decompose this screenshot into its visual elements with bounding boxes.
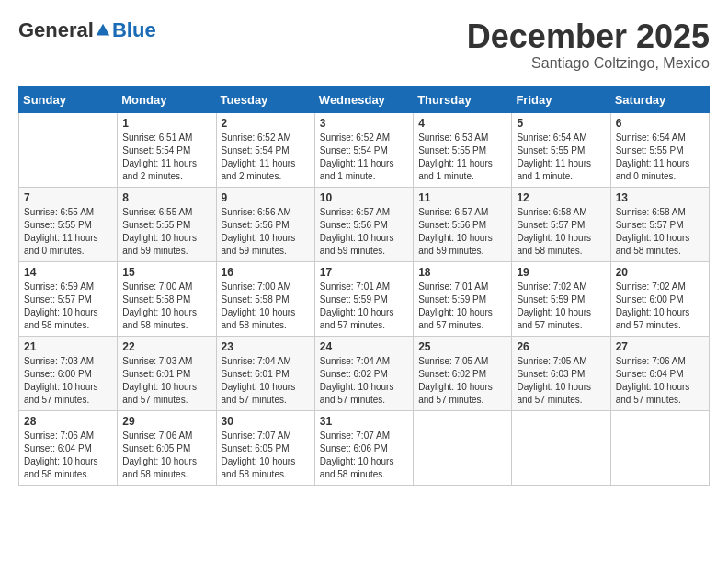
logo: General Blue bbox=[18, 18, 156, 42]
calendar-cell: 20Sunrise: 7:02 AMSunset: 6:00 PMDayligh… bbox=[610, 261, 709, 336]
calendar-cell: 8Sunrise: 6:55 AMSunset: 5:55 PMDaylight… bbox=[118, 187, 216, 261]
day-number: 13 bbox=[616, 191, 704, 204]
calendar-cell: 6Sunrise: 6:54 AMSunset: 5:55 PMDaylight… bbox=[610, 112, 709, 187]
day-number: 21 bbox=[24, 340, 112, 353]
day-info: Sunrise: 7:02 AMSunset: 5:59 PMDaylight:… bbox=[517, 281, 605, 332]
day-number: 30 bbox=[222, 415, 310, 428]
calendar-table: SundayMondayTuesdayWednesdayThursdayFrid… bbox=[18, 86, 710, 486]
day-info: Sunrise: 7:01 AMSunset: 5:59 PMDaylight:… bbox=[320, 281, 408, 332]
calendar-cell: 26Sunrise: 7:05 AMSunset: 6:03 PMDayligh… bbox=[512, 336, 610, 410]
day-info: Sunrise: 6:54 AMSunset: 5:55 PMDaylight:… bbox=[517, 132, 605, 183]
calendar-cell: 14Sunrise: 6:59 AMSunset: 5:57 PMDayligh… bbox=[19, 261, 118, 336]
day-info: Sunrise: 7:07 AMSunset: 6:06 PMDaylight:… bbox=[320, 430, 408, 481]
title-block: December 2025 Santiago Coltzingo, Mexico bbox=[467, 18, 710, 72]
day-info: Sunrise: 7:06 AMSunset: 6:04 PMDaylight:… bbox=[24, 430, 112, 481]
day-info: Sunrise: 6:55 AMSunset: 5:55 PMDaylight:… bbox=[122, 206, 210, 258]
weekday-header-saturday: Saturday bbox=[610, 86, 709, 112]
logo-text: General Blue bbox=[18, 18, 156, 42]
calendar-cell: 27Sunrise: 7:06 AMSunset: 6:04 PMDayligh… bbox=[610, 336, 709, 410]
calendar-cell: 24Sunrise: 7:04 AMSunset: 6:02 PMDayligh… bbox=[314, 336, 413, 410]
calendar-cell: 31Sunrise: 7:07 AMSunset: 6:06 PMDayligh… bbox=[314, 410, 413, 485]
calendar-cell: 11Sunrise: 6:57 AMSunset: 5:56 PMDayligh… bbox=[414, 187, 512, 261]
calendar-cell bbox=[414, 410, 512, 485]
day-number: 18 bbox=[418, 266, 506, 279]
day-number: 5 bbox=[517, 117, 605, 130]
day-number: 4 bbox=[418, 117, 506, 130]
day-info: Sunrise: 7:04 AMSunset: 6:01 PMDaylight:… bbox=[222, 355, 310, 407]
day-number: 29 bbox=[122, 415, 210, 428]
day-info: Sunrise: 7:02 AMSunset: 6:00 PMDaylight:… bbox=[616, 281, 704, 332]
calendar-cell: 1Sunrise: 6:51 AMSunset: 5:54 PMDaylight… bbox=[118, 112, 216, 187]
day-info: Sunrise: 7:05 AMSunset: 6:03 PMDaylight:… bbox=[517, 355, 605, 407]
day-number: 9 bbox=[222, 191, 310, 204]
calendar-cell: 21Sunrise: 7:03 AMSunset: 6:00 PMDayligh… bbox=[19, 336, 118, 410]
calendar-cell: 28Sunrise: 7:06 AMSunset: 6:04 PMDayligh… bbox=[19, 410, 118, 485]
day-number: 22 bbox=[122, 340, 210, 353]
month-title: December 2025 bbox=[467, 18, 710, 55]
calendar-cell: 22Sunrise: 7:03 AMSunset: 6:01 PMDayligh… bbox=[118, 336, 216, 410]
day-number: 3 bbox=[320, 117, 408, 130]
day-info: Sunrise: 6:58 AMSunset: 5:57 PMDaylight:… bbox=[517, 206, 605, 258]
day-info: Sunrise: 6:57 AMSunset: 5:56 PMDaylight:… bbox=[320, 206, 408, 258]
calendar-cell: 19Sunrise: 7:02 AMSunset: 5:59 PMDayligh… bbox=[512, 261, 610, 336]
day-number: 16 bbox=[222, 266, 310, 279]
week-row-4: 21Sunrise: 7:03 AMSunset: 6:00 PMDayligh… bbox=[19, 336, 710, 410]
day-number: 7 bbox=[24, 191, 112, 204]
day-number: 2 bbox=[222, 117, 310, 130]
location-subtitle: Santiago Coltzingo, Mexico bbox=[467, 55, 710, 72]
calendar-cell bbox=[19, 112, 118, 187]
day-info: Sunrise: 6:51 AMSunset: 5:54 PMDaylight:… bbox=[122, 132, 210, 183]
weekday-header-monday: Monday bbox=[118, 86, 216, 112]
calendar-cell: 30Sunrise: 7:07 AMSunset: 6:05 PMDayligh… bbox=[216, 410, 314, 485]
day-info: Sunrise: 7:05 AMSunset: 6:02 PMDaylight:… bbox=[418, 355, 506, 407]
page-header: General Blue December 2025 Santiago Colt… bbox=[18, 18, 710, 72]
calendar-cell: 13Sunrise: 6:58 AMSunset: 5:57 PMDayligh… bbox=[610, 187, 709, 261]
day-number: 11 bbox=[418, 191, 506, 204]
day-info: Sunrise: 6:52 AMSunset: 5:54 PMDaylight:… bbox=[222, 132, 310, 183]
day-info: Sunrise: 7:00 AMSunset: 5:58 PMDaylight:… bbox=[222, 281, 310, 332]
weekday-header-sunday: Sunday bbox=[19, 86, 118, 112]
day-info: Sunrise: 7:03 AMSunset: 6:00 PMDaylight:… bbox=[24, 355, 112, 407]
calendar-cell: 15Sunrise: 7:00 AMSunset: 5:58 PMDayligh… bbox=[118, 261, 216, 336]
calendar-cell: 25Sunrise: 7:05 AMSunset: 6:02 PMDayligh… bbox=[414, 336, 512, 410]
day-number: 25 bbox=[418, 340, 506, 353]
day-info: Sunrise: 6:55 AMSunset: 5:55 PMDaylight:… bbox=[24, 206, 112, 258]
calendar-cell: 12Sunrise: 6:58 AMSunset: 5:57 PMDayligh… bbox=[512, 187, 610, 261]
calendar-cell: 7Sunrise: 6:55 AMSunset: 5:55 PMDaylight… bbox=[19, 187, 118, 261]
calendar-cell: 29Sunrise: 7:06 AMSunset: 6:05 PMDayligh… bbox=[118, 410, 216, 485]
calendar-cell: 17Sunrise: 7:01 AMSunset: 5:59 PMDayligh… bbox=[314, 261, 413, 336]
day-info: Sunrise: 7:00 AMSunset: 5:58 PMDaylight:… bbox=[122, 281, 210, 332]
day-number: 27 bbox=[616, 340, 704, 353]
day-number: 24 bbox=[320, 340, 408, 353]
day-number: 31 bbox=[320, 415, 408, 428]
day-info: Sunrise: 7:01 AMSunset: 5:59 PMDaylight:… bbox=[418, 281, 506, 332]
day-info: Sunrise: 7:03 AMSunset: 6:01 PMDaylight:… bbox=[122, 355, 210, 407]
day-number: 8 bbox=[122, 191, 210, 204]
logo-general: General bbox=[18, 18, 94, 42]
day-info: Sunrise: 7:06 AMSunset: 6:05 PMDaylight:… bbox=[122, 430, 210, 481]
week-row-1: 1Sunrise: 6:51 AMSunset: 5:54 PMDaylight… bbox=[19, 112, 710, 187]
weekday-header-thursday: Thursday bbox=[414, 86, 512, 112]
weekday-header-wednesday: Wednesday bbox=[314, 86, 413, 112]
calendar-cell: 10Sunrise: 6:57 AMSunset: 5:56 PMDayligh… bbox=[314, 187, 413, 261]
day-number: 1 bbox=[122, 117, 210, 130]
day-info: Sunrise: 6:54 AMSunset: 5:55 PMDaylight:… bbox=[616, 132, 704, 183]
day-number: 15 bbox=[122, 266, 210, 279]
calendar-cell: 18Sunrise: 7:01 AMSunset: 5:59 PMDayligh… bbox=[414, 261, 512, 336]
calendar-cell bbox=[512, 410, 610, 485]
day-info: Sunrise: 6:56 AMSunset: 5:56 PMDaylight:… bbox=[222, 206, 310, 258]
day-info: Sunrise: 6:57 AMSunset: 5:56 PMDaylight:… bbox=[418, 206, 506, 258]
day-info: Sunrise: 7:07 AMSunset: 6:05 PMDaylight:… bbox=[222, 430, 310, 481]
calendar-cell bbox=[610, 410, 709, 485]
day-number: 26 bbox=[517, 340, 605, 353]
day-info: Sunrise: 7:04 AMSunset: 6:02 PMDaylight:… bbox=[320, 355, 408, 407]
day-number: 12 bbox=[517, 191, 605, 204]
day-number: 23 bbox=[222, 340, 310, 353]
day-number: 10 bbox=[320, 191, 408, 204]
logo-blue: Blue bbox=[112, 18, 156, 42]
day-number: 6 bbox=[616, 117, 704, 130]
calendar-cell: 3Sunrise: 6:52 AMSunset: 5:54 PMDaylight… bbox=[314, 112, 413, 187]
day-info: Sunrise: 6:52 AMSunset: 5:54 PMDaylight:… bbox=[320, 132, 408, 183]
day-number: 19 bbox=[517, 266, 605, 279]
week-row-3: 14Sunrise: 6:59 AMSunset: 5:57 PMDayligh… bbox=[19, 261, 710, 336]
